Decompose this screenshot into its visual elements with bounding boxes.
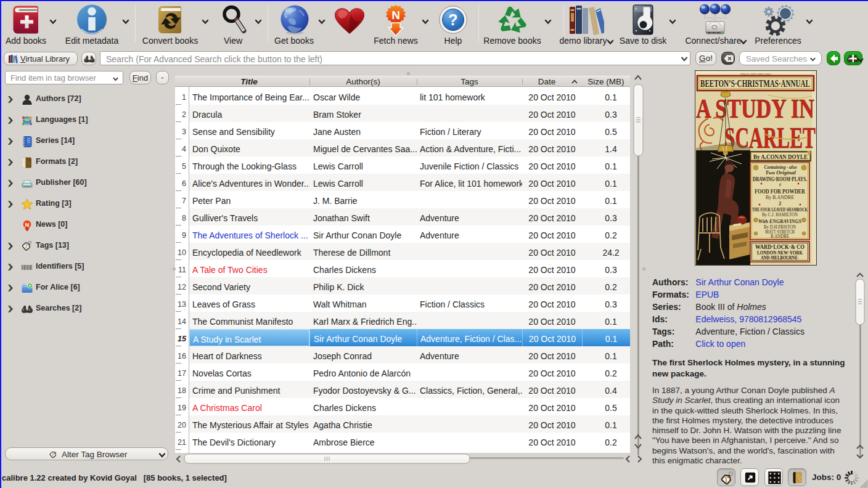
svg-text:N: N [25,222,30,228]
svg-text:?: ? [448,11,457,28]
svg-text:With ENGRAVINGS: With ENGRAVINGS [758,218,801,224]
svg-text:DRAWING·ROOM·PLAYS.: DRAWING·ROOM·PLAYS. [753,176,807,182]
svg-text:BEETON’S·CHRISTMAS·ANNUAL: BEETON’S·CHRISTMAS·ANNUAL [700,78,810,89]
svg-text:2: 2 [779,200,781,206]
svg-text:FOOD FOR POWDER: FOOD FOR POWDER [755,188,805,195]
svg-text:WARD·LOCK·& CO: WARD·LOCK·& CO [755,243,805,250]
svg-text:AND·MELBOURNE·: AND·MELBOURNE· [761,255,799,261]
svg-text:By A.CONAN DOYLE: By A.CONAN DOYLE [753,153,808,160]
svg-text:R.ANDRE: R.ANDRE [771,234,789,239]
svg-text:Two Original: Two Original [765,169,796,176]
svg-text:N: N [391,9,400,22]
svg-text:By R.ANDRE: By R.ANDRE [766,195,794,200]
svg-text:By C.J. HAMILTON: By C.J. HAMILTON [762,212,798,218]
